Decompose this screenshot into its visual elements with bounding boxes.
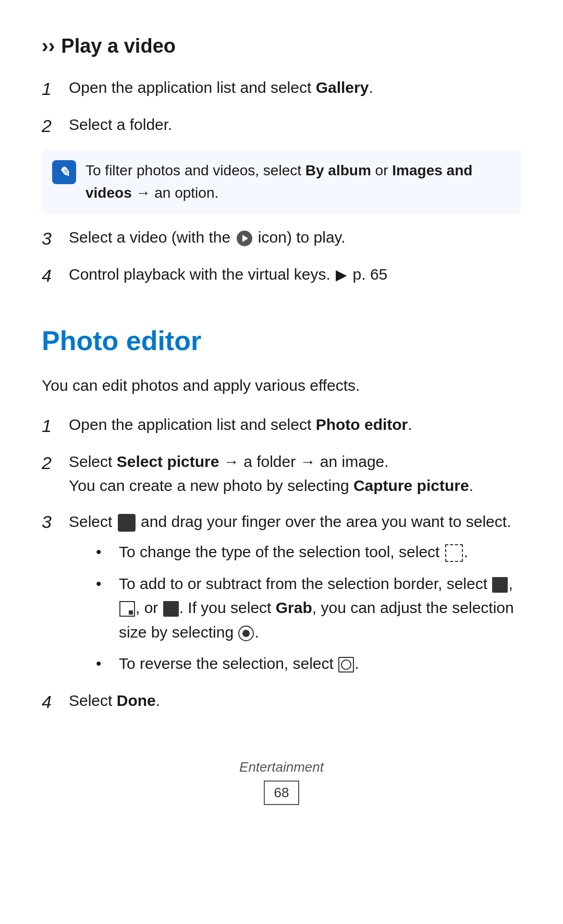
step-2: 2 Select a folder. — [42, 113, 521, 139]
play-video-title-text: Play a video — [61, 31, 176, 61]
photo-editor-section: Photo editor You can edit photos and app… — [42, 320, 521, 715]
photo-editor-desc: You can edit photos and apply various ef… — [42, 374, 521, 397]
sel-icon-2 — [119, 601, 135, 617]
bullet-1: To change the type of the selection tool… — [96, 540, 521, 565]
pe-step-num-4: 4 — [42, 689, 60, 715]
footer-page: 68 — [264, 781, 300, 805]
note-text: To filter photos and videos, select By a… — [85, 159, 511, 205]
reverse-icon — [338, 657, 354, 673]
grab-icon — [238, 626, 254, 641]
pe-step-2: 2 Select Select picture → a folder → an … — [42, 450, 521, 498]
play-icon — [237, 231, 252, 246]
step-1-text: Open the application list and select Gal… — [69, 76, 521, 100]
pe-step-3: 3 Select and drag your finger over the a… — [42, 509, 521, 683]
photo-editor-title: Photo editor — [42, 320, 521, 361]
bullet-3-text: To reverse the selection, select . — [119, 652, 359, 676]
ref-arrow: ▶ — [336, 263, 347, 286]
pe-step-num-3: 3 — [42, 509, 60, 535]
step-num-1: 1 — [42, 76, 60, 102]
note-icon: ✎ — [52, 160, 76, 184]
pe-step-3-text: Select and drag your finger over the are… — [69, 513, 511, 530]
sel-icon-3 — [163, 601, 179, 617]
pe-step-4-text: Select Done. — [69, 689, 521, 713]
pe-step-1-text: Open the application list and select Pho… — [69, 413, 521, 437]
step-4: 4 Control playback with the virtual keys… — [42, 262, 521, 289]
selection-tool-icon — [445, 544, 463, 562]
play-video-title: ›› Play a video — [42, 31, 521, 61]
pe-step-num-1: 1 — [42, 413, 60, 439]
pe-step-2-text: Select Select picture → a folder → an im… — [69, 450, 521, 498]
step-3: 3 Select a video (with the icon) to play… — [42, 225, 521, 252]
step-num-4: 4 — [42, 262, 60, 289]
chevron-icon: ›› — [42, 31, 55, 61]
pe-step-1: 1 Open the application list and select P… — [42, 413, 521, 439]
bullet-1-text: To change the type of the selection tool… — [119, 540, 468, 565]
select-icon — [118, 514, 136, 532]
sel-icon-1 — [492, 577, 508, 593]
bullet-2: To add to or subtract from the selection… — [96, 572, 521, 645]
play-video-section: ›› Play a video 1 Open the application l… — [42, 31, 521, 289]
step-num-2: 2 — [42, 113, 60, 139]
step-3-text: Select a video (with the icon) to play. — [69, 225, 521, 250]
pe-step-2-sub: You can create a new photo by selecting … — [69, 477, 473, 494]
bullet-2-text: To add to or subtract from the selection… — [119, 572, 521, 645]
footer: Entertainment 68 — [42, 757, 521, 805]
step-4-text: Control playback with the virtual keys. … — [69, 262, 521, 287]
step-2-text: Select a folder. — [69, 113, 521, 137]
pe-step-4: 4 Select Done. — [42, 689, 521, 715]
pe-step-3-bullets: To change the type of the selection tool… — [96, 540, 521, 676]
footer-label: Entertainment — [42, 757, 521, 777]
step-1: 1 Open the application list and select G… — [42, 76, 521, 102]
step-num-3: 3 — [42, 225, 60, 252]
bullet-3: To reverse the selection, select . — [96, 652, 521, 676]
note-box: ✎ To filter photos and videos, select By… — [42, 150, 521, 214]
pe-step-num-2: 2 — [42, 450, 60, 476]
